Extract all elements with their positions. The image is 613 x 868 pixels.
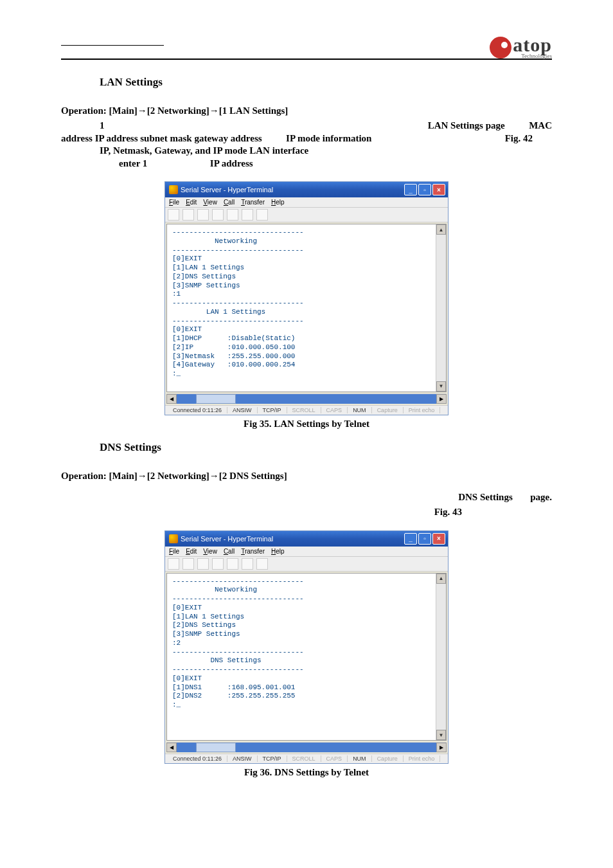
terminal-output[interactable]: ------------------------------- Networki… [167, 574, 436, 741]
scroll-up-icon[interactable]: ▲ [436, 224, 446, 235]
para-enter1: enter 1 [119, 158, 147, 168]
menu-edit[interactable]: Edit [186, 199, 197, 206]
menu-edit[interactable]: Edit [186, 548, 197, 555]
tool-open-icon[interactable] [182, 209, 194, 221]
tool-save-icon[interactable] [197, 558, 209, 570]
tool-props-icon[interactable] [256, 209, 268, 221]
tool-send-icon[interactable] [242, 209, 253, 221]
horizontal-scrollbar[interactable]: ◀ ▶ [166, 393, 447, 404]
para-mac: MAC [529, 120, 552, 131]
window-title: Serial Server - HyperTerminal [181, 535, 273, 543]
status-scroll: SCROLL [287, 407, 321, 413]
menu-transfer[interactable]: Transfer [241, 548, 265, 555]
titlebar[interactable]: Serial Server - HyperTerminal _ ▫ × [165, 182, 448, 197]
minimize-button[interactable]: _ [404, 533, 417, 545]
tool-call-icon[interactable] [212, 558, 224, 570]
statusbar: Connected 0:11:26 ANSIW TCP/IP SCROLL CA… [165, 405, 448, 415]
tool-new-icon[interactable] [168, 209, 179, 221]
scroll-down-icon[interactable]: ▼ [436, 730, 446, 740]
app-icon [169, 185, 178, 194]
menu-call[interactable]: Call [224, 199, 235, 206]
minimize-button[interactable]: _ [404, 184, 417, 195]
tool-open-icon[interactable] [182, 558, 194, 570]
para-1: 1 [100, 120, 105, 132]
status-emul: ANSIW [227, 755, 258, 762]
section-title-dns: DNS Settings [100, 441, 552, 454]
app-icon [169, 534, 178, 543]
scroll-thumb[interactable] [196, 394, 236, 404]
toolbar [165, 208, 448, 222]
op-net: [2 Networking] [147, 105, 209, 116]
status-caps: CAPS [321, 755, 348, 762]
scroll-right-icon[interactable]: ▶ [436, 743, 447, 752]
close-button[interactable]: × [432, 184, 445, 195]
close-button[interactable]: × [432, 533, 445, 545]
para-ipmode: IP mode information [286, 133, 371, 143]
tool-save-icon[interactable] [197, 209, 209, 221]
menubar[interactable]: FileEditViewCallTransferHelp [165, 547, 448, 557]
vertical-scrollbar[interactable]: ▲ ▼ [436, 574, 446, 741]
menubar[interactable]: FileEditViewCallTransferHelp [165, 197, 448, 208]
menu-help[interactable]: Help [271, 199, 285, 206]
menu-view[interactable]: View [203, 548, 217, 555]
para-dns-settings: DNS Settings [458, 492, 513, 502]
tool-disconnect-icon[interactable] [227, 209, 238, 221]
para-l3: IP, Netmask, Gateway, and IP mode LAN in… [100, 145, 308, 156]
arrow-icon: → [209, 470, 219, 481]
header-rule [61, 59, 552, 60]
menu-view[interactable]: View [203, 199, 217, 206]
maximize-button[interactable]: ▫ [418, 184, 431, 195]
para-ipaddr: IP address [210, 158, 253, 168]
status-connected: Connected 0:11:26 [168, 407, 227, 413]
horizontal-scrollbar[interactable]: ◀ ▶ [166, 742, 447, 752]
status-num: NUM [348, 755, 372, 762]
scroll-thumb[interactable] [196, 743, 236, 752]
figure-caption-36: Fig 36. DNS Settings by Telnet [61, 767, 552, 778]
para-fig43: Fig. 43 [434, 507, 462, 517]
status-connected: Connected 0:11:26 [168, 755, 227, 762]
status-num: NUM [348, 407, 372, 413]
logo-sub-text: Technologies [513, 53, 552, 59]
op-net: [2 Networking] [147, 471, 209, 481]
menu-file[interactable]: File [169, 548, 179, 555]
scroll-left-icon[interactable]: ◀ [166, 394, 177, 404]
menu-call[interactable]: Call [224, 548, 235, 555]
scroll-up-icon[interactable]: ▲ [436, 574, 446, 584]
tool-props-icon[interactable] [256, 558, 268, 570]
tool-call-icon[interactable] [212, 209, 224, 221]
maximize-button[interactable]: ▫ [418, 533, 431, 545]
para-lan-page: LAN Settings page [428, 120, 505, 131]
op-main: [Main] [109, 105, 138, 116]
status-caps: CAPS [321, 407, 348, 413]
dns-paragraph: DNS Settings page. Fig. 43 [61, 491, 552, 519]
scroll-right-icon[interactable]: ▶ [436, 394, 447, 404]
para-fig42: Fig. 42 [505, 133, 533, 143]
status-scroll: SCROLL [287, 755, 321, 762]
titlebar[interactable]: Serial Server - HyperTerminal _ ▫ × [165, 531, 448, 547]
op-lan: [1 LAN Settings] [219, 105, 289, 116]
status-echo: Print echo [404, 755, 441, 762]
tool-new-icon[interactable] [168, 558, 179, 570]
tool-send-icon[interactable] [242, 558, 253, 570]
scroll-left-icon[interactable]: ◀ [166, 743, 177, 752]
hyperterminal-window-lan: Serial Server - HyperTerminal _ ▫ × File… [164, 181, 449, 415]
toolbar [165, 557, 448, 572]
op-prefix: Operation: [61, 105, 109, 116]
operation-line-lan: Operation: [Main]→[2 Networking]→[1 LAN … [61, 105, 552, 116]
menu-help[interactable]: Help [271, 548, 285, 555]
scroll-down-icon[interactable]: ▼ [436, 381, 446, 392]
arrow-icon: → [138, 470, 147, 481]
vertical-scrollbar[interactable]: ▲ ▼ [436, 224, 446, 392]
tool-disconnect-icon[interactable] [227, 558, 238, 570]
terminal-output[interactable]: ------------------------------- Networki… [167, 224, 436, 392]
menu-file[interactable]: File [169, 199, 179, 206]
menu-transfer[interactable]: Transfer [241, 199, 265, 206]
status-emul: ANSIW [227, 407, 258, 413]
status-proto: TCP/IP [258, 755, 287, 762]
status-proto: TCP/IP [258, 407, 287, 413]
op-dns: [2 DNS Settings] [219, 471, 287, 481]
window-title: Serial Server - HyperTerminal [181, 186, 273, 194]
logo-main-text: atop [513, 35, 552, 55]
lan-paragraph: 1 LAN Settings page MAC address IP addre… [61, 120, 552, 170]
para-addr: address IP address subnet mask gateway a… [61, 133, 262, 143]
